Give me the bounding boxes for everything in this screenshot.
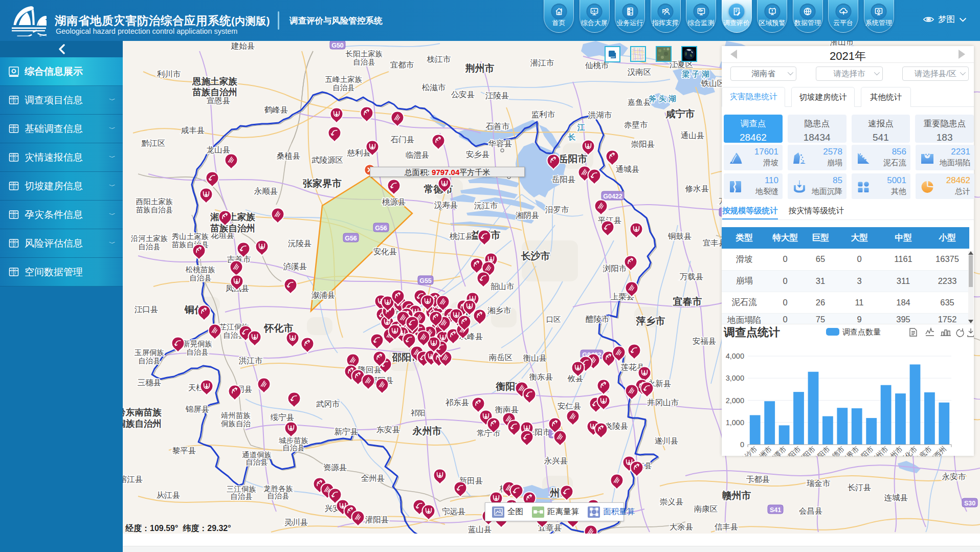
svg-text:S30: S30 [964,500,975,507]
svg-text:攸县: 攸县 [568,374,584,383]
svg-text:石门县: 石门县 [390,135,415,144]
svg-text:萍乡市: 萍乡市 [636,316,665,326]
svg-text:枝江市: 枝江市 [427,55,451,63]
svg-text:湘阴县: 湘阴县 [516,211,540,219]
svg-text:岳阳市: 岳阳市 [558,153,588,164]
svg-text:武陵源区: 武陵源区 [311,156,343,164]
svg-text:自治县: 自治县 [246,458,268,466]
svg-text:安乡县: 安乡县 [466,150,490,159]
svg-text:自治县: 自治县 [282,444,305,452]
svg-text:G56: G56 [375,225,387,232]
svg-text:张家界市: 张家界市 [303,178,342,189]
svg-text:桃源县: 桃源县 [382,197,406,206]
svg-text:祁东县: 祁东县 [446,398,470,407]
svg-text:宁远县: 宁远县 [442,507,466,516]
svg-text:江: 江 [577,123,585,131]
svg-text:韶山市: 韶山市 [491,282,515,291]
svg-text:汉南区: 汉南区 [628,68,652,76]
svg-text:衡山县: 衡山县 [523,354,547,362]
svg-text:口区: 口区 [546,315,561,323]
svg-text:五峰土家族: 五峰土家族 [325,75,363,83]
svg-text:锦屏县: 锦屏县 [185,405,210,413]
svg-text:汉寿县: 汉寿县 [434,201,458,209]
svg-text:靖州苗族: 靖州苗族 [221,411,251,419]
svg-text:溆浦县: 溆浦县 [311,291,336,299]
svg-text:长: 长 [568,133,576,141]
svg-text:东安县: 东安县 [376,425,400,434]
svg-text:通城县: 通城县 [616,165,640,173]
svg-text:永顺县: 永顺县 [254,187,278,195]
svg-text:S41: S41 [770,506,781,514]
svg-text:大余县: 大余县 [670,522,694,531]
svg-text:0: 0 [740,440,744,449]
svg-text:松滋市: 松滋市 [422,83,446,92]
svg-text:南康区: 南康区 [694,504,718,513]
svg-text:修水县: 修水县 [685,184,709,193]
svg-text:咸宁市: 咸宁市 [665,108,695,119]
svg-text:三穗县: 三穗县 [138,378,162,387]
svg-text:湘乡市: 湘乡市 [487,306,511,315]
svg-text:祁阳: 祁阳 [411,409,426,417]
svg-text:全州县: 全州县 [361,474,385,482]
svg-text:炎陵县: 炎陵县 [605,422,629,430]
svg-text:江口县: 江口县 [135,305,159,314]
svg-text:衡东县: 衡东县 [529,372,553,381]
svg-text:石首市: 石首市 [485,122,510,130]
svg-text:黔东南苗族: 黔东南苗族 [123,407,162,417]
svg-text:武冈市: 武冈市 [316,400,340,408]
svg-text:灵川县: 灵川县 [284,518,308,526]
svg-text:G50: G50 [331,42,344,49]
svg-text:永州市: 永州市 [412,426,442,436]
svg-text:潜山市: 潜山市 [830,41,854,46]
svg-text:于都县: 于都县 [746,475,770,483]
svg-text:江陵县: 江陵县 [485,91,509,100]
svg-text:安化县: 安化县 [373,247,397,256]
svg-text:恩施土家族: 恩施土家族 [192,76,237,86]
svg-text:黔江区: 黔江区 [141,139,166,147]
svg-text:湘西土家族: 湘西土家族 [210,212,255,222]
svg-text:自治县: 自治县 [230,492,253,500]
svg-text:调查点数量: 调查点数量 [842,327,881,336]
svg-text:浏阳市: 浏阳市 [603,264,627,273]
svg-text:嘉鱼县: 嘉鱼县 [628,98,652,106]
svg-text:醴陵市: 醴陵市 [586,315,610,323]
svg-text:G56: G56 [345,235,357,242]
svg-text:汨罗市: 汨罗市 [545,205,569,214]
svg-text:自治县: 自治县 [138,242,161,251]
svg-text:2,000: 2,000 [726,396,744,405]
svg-text:沅江市: 沅江市 [474,201,498,210]
svg-text:1,000: 1,000 [726,418,744,427]
svg-text:崇阳县: 崇阳县 [631,140,655,148]
svg-text:榕江县: 榕江县 [123,475,143,483]
svg-text:沅陵县: 沅陵县 [288,239,312,248]
svg-text:自治县: 自治县 [189,274,212,282]
svg-text:利川市: 利川市 [157,70,181,78]
svg-text:从江县: 从江县 [157,491,181,499]
svg-text:苗族自治州: 苗族自治州 [210,223,255,233]
svg-text:灌阳县: 灌阳县 [365,515,389,524]
svg-text:怀化市: 怀化市 [263,323,294,334]
svg-text:新宁县: 新宁县 [335,427,359,436]
svg-text:斧 头 湖: 斧 头 湖 [648,94,676,103]
svg-text:宜春市: 宜春市 [673,296,702,307]
svg-text:崇义县: 崇义县 [660,497,684,506]
svg-text:长沙市: 长沙市 [521,251,550,261]
svg-text:侗族自治州: 侗族自治州 [123,418,162,429]
svg-text:龙山县: 龙山县 [207,145,231,154]
svg-text:咸丰县: 咸丰县 [181,126,205,135]
svg-text:会昌县: 会昌县 [799,506,823,515]
svg-text:遂川县: 遂川县 [655,436,679,445]
svg-text:安福县: 安福县 [693,337,717,345]
svg-text:岳阳县: 岳阳县 [552,175,576,184]
svg-text:自治县: 自治县 [353,58,375,66]
svg-text:G55: G55 [419,277,432,284]
svg-text:G0422: G0422 [603,193,622,200]
svg-text:桑植县: 桑植县 [277,151,301,160]
svg-text:潜江市: 潜江市 [530,58,554,67]
svg-text:自治县: 自治县 [332,83,355,92]
svg-text:泸溪县: 泸溪县 [283,262,307,271]
svg-text:华容县: 华容县 [488,139,513,148]
svg-text:长汀县: 长汀县 [848,483,872,492]
svg-text:自治县: 自治县 [267,492,289,500]
svg-text:资源县: 资源县 [323,463,347,472]
